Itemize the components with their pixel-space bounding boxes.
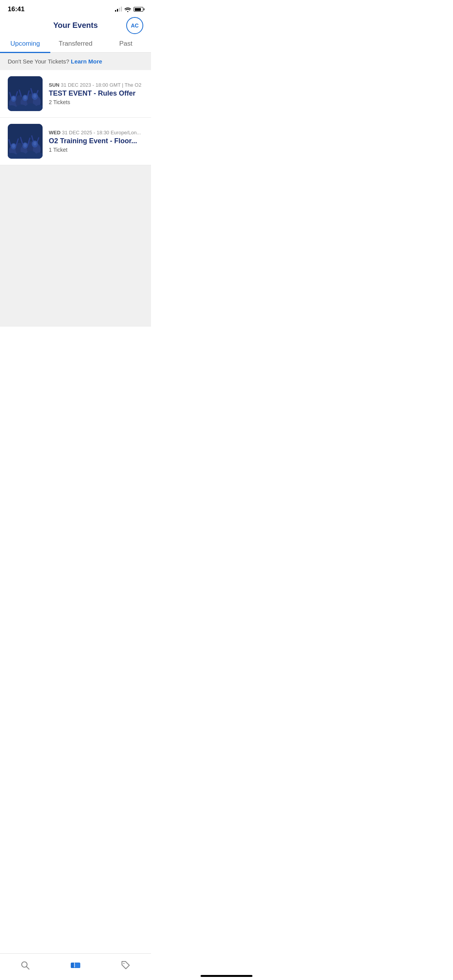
event-date-1: SUN 31 DEC 2023 - 18:00 GMT | The O2 [49,82,143,88]
svg-point-43 [33,142,36,146]
empty-state-area [0,165,151,327]
status-icons [115,7,143,12]
tab-upcoming[interactable]: Upcoming [0,34,50,52]
event-date-2: WED 31 DEC 2025 - 18:30 Europe/Lon... [49,130,143,135]
page-wrapper: 16:41 Your Events AC Upco [0,0,151,327]
status-bar: 16:41 [0,0,151,16]
event-info-1: SUN 31 DEC 2023 - 18:00 GMT | The O2 TES… [49,82,143,106]
crowd-image-2 [8,124,43,159]
svg-point-20 [24,96,27,99]
event-tickets-2: 1 Ticket [49,147,143,153]
svg-point-21 [33,94,36,98]
event-item-1[interactable]: SUN 31 DEC 2023 - 18:00 GMT | The O2 TES… [0,70,151,118]
info-banner: Don't See Your Tickets? Learn More [0,53,151,70]
event-item-2[interactable]: WED 31 DEC 2025 - 18:30 Europe/Lon... O2… [0,118,151,165]
event-thumbnail-2 [8,124,43,159]
event-name-1: TEST EVENT - Rules Offer [49,89,143,98]
battery-icon [134,7,143,12]
avatar-initials: AC [131,22,139,29]
signal-bars-icon [115,7,122,12]
event-tickets-1: 2 Tickets [49,99,143,105]
svg-point-41 [12,144,15,148]
learn-more-link[interactable]: Learn More [71,58,102,65]
event-thumbnail-1 [8,76,43,111]
header: Your Events AC [0,16,151,34]
svg-point-19 [12,96,15,100]
event-info-2: WED 31 DEC 2025 - 18:30 Europe/Lon... O2… [49,130,143,153]
crowd-image-1 [8,76,43,111]
tab-past[interactable]: Past [101,34,151,52]
tab-transferred[interactable]: Transferred [50,34,101,52]
page-title: Your Events [53,21,98,30]
event-name-2: O2 Training Event - Floor... [49,137,143,146]
event-day-1: SUN [49,82,59,88]
svg-point-42 [24,143,27,147]
avatar-button[interactable]: AC [126,17,143,34]
events-list: SUN 31 DEC 2023 - 18:00 GMT | The O2 TES… [0,70,151,165]
tabs-container: Upcoming Transferred Past [0,34,151,53]
event-day-2: WED [49,130,60,135]
status-time: 16:41 [8,5,24,13]
wifi-icon [124,7,131,12]
info-banner-static: Don't See Your Tickets? [8,58,71,65]
